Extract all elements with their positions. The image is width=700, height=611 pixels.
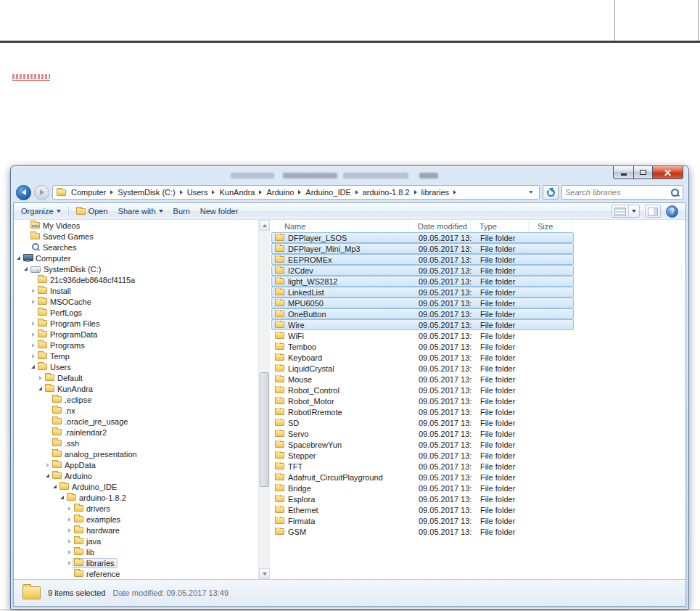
tree-item-rainlendar2[interactable]: .rainlendar2 [14,427,258,438]
burn-button[interactable]: Burn [173,207,190,216]
file-row-ethernet[interactable]: Ethernet09.05.2017 13:47File folder [271,504,574,515]
tree-item-oracle-jre-usage[interactable]: .oracle_jre_usage [14,416,258,427]
column-header-name[interactable]: Name [271,220,409,232]
column-header-type[interactable]: Type [471,220,529,232]
expander-closed-icon[interactable] [66,507,73,511]
file-row-wire[interactable]: Wire09.05.2017 13:49File folder [271,319,574,330]
tree-item-kunandra[interactable]: KunAndra [14,383,258,394]
scrollbar-track[interactable] [259,231,270,568]
breadcrumb-segment-kunandra[interactable]: KunAndra [215,188,258,197]
tree-item-nx[interactable]: .nx [14,405,258,416]
tree-item-programs[interactable]: Programs [14,340,258,350]
forward-button[interactable] [34,185,49,200]
tree-item-arduino-1-8-2[interactable]: arduino-1.8.2 [14,492,258,503]
breadcrumb-segment-arduino[interactable]: Arduino [263,188,297,197]
scroll-up-button[interactable] [259,220,270,231]
tree-item-arduino-ide[interactable]: Arduino_IDE [14,481,258,492]
tree-item-temp[interactable]: Temp [14,350,258,361]
expander-closed-icon[interactable] [66,539,73,544]
file-row-dfplayer-mini-mp3[interactable]: DFPlayer_Mini_Mp309.05.2017 13:49File fo… [271,243,574,254]
tree-item-saved-games[interactable]: Saved Games [14,231,258,242]
close-button[interactable] [652,166,683,179]
file-row-i2cdev[interactable]: I2Cdev09.05.2017 13:49File folder [271,265,574,276]
tree-item-ssh[interactable]: .ssh [14,438,258,448]
file-row-keyboard[interactable]: Keyboard09.05.2017 13:47File folder [271,352,574,363]
column-header-date-modified[interactable]: Date modified [409,220,471,232]
expander-open-icon[interactable] [59,496,65,499]
expander-open-icon[interactable] [15,256,22,260]
column-header-size[interactable]: Size [529,220,572,232]
file-row-tft[interactable]: TFT09.05.2017 13:47File folder [271,461,574,472]
tree-item-systemdisk-c[interactable]: SystemDisk (C:) [14,263,258,274]
file-row-wifi[interactable]: WiFi09.05.2017 13:47File folder [271,330,574,341]
scroll-down-button[interactable] [259,568,270,579]
breadcrumb-segment-systemdisk-c[interactable]: SystemDisk (C:) [114,188,178,197]
file-row-adafruit-circuitplayground[interactable]: Adafruit_CircuitPlayground09.05.2017 13:… [271,472,574,483]
share-with-menu[interactable]: Share with [118,207,163,216]
file-row-servo[interactable]: Servo09.05.2017 13:47File folder [271,428,574,439]
tree-item-perflogs[interactable]: PerfLogs [14,307,258,318]
expander-closed-icon[interactable] [30,354,36,358]
tree-item-libraries[interactable]: libraries [14,557,258,568]
tree-item-install[interactable]: Install [14,285,258,296]
file-row-light-ws2812[interactable]: light_WS281209.05.2017 13:49File folder [271,276,574,287]
expander-closed-icon[interactable] [30,289,36,293]
tree-item-msocache[interactable]: MSOCache [14,296,258,307]
tree-item-analog-presentation[interactable]: analog_presentation [14,448,258,459]
breadcrumb-segment-libraries[interactable]: libraries [418,188,453,197]
expander-closed-icon[interactable] [66,517,73,522]
file-row-robot-control[interactable]: Robot_Control09.05.2017 13:47File folder [271,385,574,395]
expander-open-icon[interactable] [22,267,29,271]
breadcrumb-segment-arduino-ide[interactable]: Arduino_IDE [302,188,354,197]
tree-item-hardware[interactable]: hardware [14,525,258,536]
tree-item-searches[interactable]: Searches [14,242,258,253]
tree-item-examples[interactable]: examples [14,514,258,525]
tree-item-21c936deb8648cf4115a[interactable]: 21c936deb8648cf4115a [14,274,258,285]
breadcrumb[interactable]: ComputerSystemDisk (C:)UsersKunAndraArdu… [52,185,540,200]
expander-closed-icon[interactable] [66,550,73,554]
file-row-liquidcrystal[interactable]: LiquidCrystal09.05.2017 13:47File folder [271,363,574,374]
maximize-button[interactable] [633,166,653,179]
expander-closed-icon[interactable] [30,343,36,348]
tree-item-arduino[interactable]: Arduino [14,470,258,481]
file-row-firmata[interactable]: Firmata09.05.2017 13:47File folder [271,515,574,526]
tree-scrollbar[interactable] [258,220,270,579]
views-dropdown[interactable] [628,205,639,217]
tree-item-appdata[interactable]: AppData [14,459,258,470]
expander-open-icon[interactable] [37,387,44,390]
tree-item-drivers[interactable]: drivers [14,503,258,514]
expander-closed-icon[interactable] [66,561,73,565]
tree-item-reference[interactable]: reference [14,568,258,579]
expander-open-icon[interactable] [44,474,51,477]
expander-open-icon[interactable] [52,485,58,488]
tree-item-computer[interactable]: Computer [14,253,258,263]
back-button[interactable] [16,185,31,200]
breadcrumb-segment-computer[interactable]: Computer [67,188,110,197]
tree-item-programdata[interactable]: ProgramData [14,329,258,340]
new-folder-button[interactable]: New folder [200,207,239,216]
file-row-gsm[interactable]: GSM09.05.2017 13:47File folder [271,526,574,537]
file-row-robot-motor[interactable]: Robot_Motor09.05.2017 13:47File folder [271,395,574,406]
organize-menu[interactable]: Organize [21,207,61,216]
expander-closed-icon[interactable] [66,528,73,533]
search-input[interactable] [565,188,670,197]
scrollbar-thumb[interactable] [260,372,269,487]
file-row-stepper[interactable]: Stepper09.05.2017 13:47File folder [271,450,574,461]
minimize-button[interactable] [613,166,634,179]
change-view-button[interactable] [612,205,640,218]
breadcrumb-segment-users[interactable]: Users [184,188,212,197]
red-hyperlink[interactable] [12,73,50,81]
breadcrumb-segment-arduino-1-8-2[interactable]: arduino-1.8.2 [359,188,413,197]
file-row-esplora[interactable]: Esplora09.05.2017 13:47File folder [271,493,574,504]
help-button[interactable]: ? [666,205,678,218]
expander-open-icon[interactable] [30,365,36,369]
file-row-mpu6050[interactable]: MPU605009.05.2017 13:49File folder [271,298,574,308]
open-button[interactable]: Open [76,207,108,216]
tree-item-java[interactable]: java [14,536,258,546]
preview-pane-button[interactable] [645,205,661,218]
address-dropdown-button[interactable] [526,191,536,194]
file-row-onebutton[interactable]: OneButton09.05.2017 13:49File folder [271,308,574,319]
tree-item-program-files[interactable]: Program Files [14,318,258,329]
tree-item-users[interactable]: Users [14,361,258,372]
file-row-bridge[interactable]: Bridge09.05.2017 13:47File folder [271,483,574,493]
